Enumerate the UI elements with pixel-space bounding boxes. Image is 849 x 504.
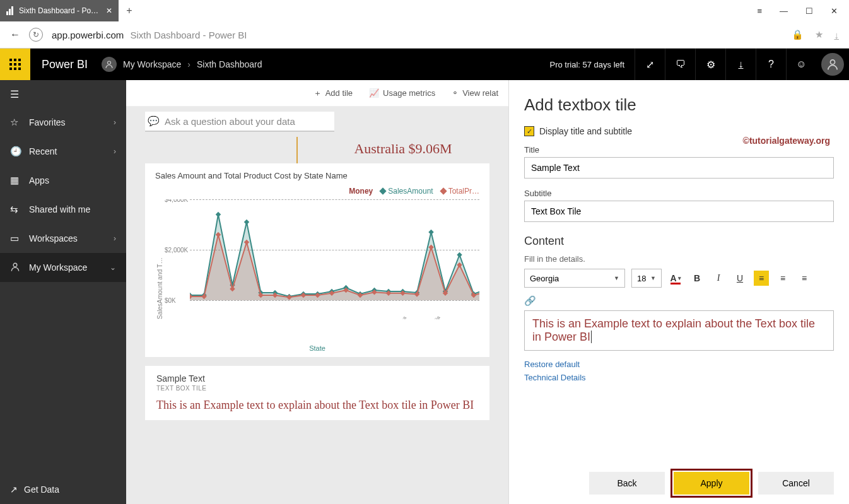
chevron-down-icon: ▼ — [650, 275, 656, 281]
view-related-button[interactable]: ⚬View relat — [452, 88, 498, 98]
font-select[interactable]: Georgia▼ — [524, 269, 625, 288]
comments-icon[interactable]: 🗨 — [665, 49, 695, 80]
chat-icon: 💬 — [148, 115, 160, 127]
close-window-icon[interactable]: ✕ — [831, 6, 838, 16]
back-icon[interactable]: ← — [10, 29, 20, 40]
align-left-button[interactable]: ≡ — [754, 271, 769, 286]
svg-rect-7 — [14, 63, 16, 66]
export-icon: ↗ — [10, 484, 18, 495]
font-color-button[interactable]: A▾ — [668, 271, 683, 286]
powerbi-icon — [6, 6, 15, 15]
title-input[interactable] — [524, 157, 834, 179]
feedback-icon[interactable]: ☺ — [786, 49, 816, 80]
maximize-icon[interactable]: ☐ — [805, 6, 813, 16]
tab-close-icon[interactable]: ✕ — [106, 6, 112, 15]
nav-recent[interactable]: 🕘Recent› — [0, 137, 126, 166]
watermark: ©tutorialgateway.org — [743, 136, 830, 146]
apply-button[interactable]: Apply — [674, 472, 749, 495]
fullscreen-icon[interactable]: ⤢ — [635, 49, 665, 80]
apps-icon: ▦ — [10, 175, 21, 186]
technical-details-link[interactable]: Technical Details — [524, 373, 834, 382]
chevron-right-icon: › — [114, 118, 116, 127]
share-icon: ⇆ — [10, 204, 21, 215]
nav-collapse-icon[interactable]: ☰ — [0, 80, 126, 108]
font-size-select[interactable]: 18▼ — [631, 269, 662, 288]
format-toolbar: Georgia▼ 18▼ A▾ B I U ≡ ≡ ≡ — [524, 269, 834, 288]
title-label: Title — [524, 145, 834, 155]
lock-icon[interactable]: 🔒 — [792, 29, 804, 40]
add-tile-button[interactable]: ＋Add tile — [313, 88, 353, 99]
text-tile[interactable]: Sample Text TEXT BOX TILE This is an Exa… — [145, 366, 489, 420]
x-axis-label: State — [155, 344, 479, 352]
profile-avatar[interactable] — [821, 53, 844, 76]
svg-rect-17 — [216, 212, 221, 217]
cancel-button[interactable]: Cancel — [758, 472, 834, 495]
content-editor[interactable]: This is an Example text to explain about… — [524, 310, 834, 351]
download-icon[interactable]: ↓ — [834, 30, 840, 40]
url-field[interactable]: app.powerbi.com Sixth Dashboard - Power … — [52, 30, 783, 40]
svg-rect-19 — [244, 220, 249, 225]
svg-point-14 — [13, 263, 17, 267]
nav-workspaces[interactable]: ▭Workspaces› — [0, 224, 126, 253]
svg-rect-2 — [11, 6, 13, 15]
chart-tile[interactable]: Sales Amount and Total Product Cost by S… — [145, 163, 489, 357]
chart-icon: 📈 — [369, 88, 379, 98]
subtitle-label: Subtitle — [524, 189, 834, 198]
content-hint: Fill in the details. — [524, 254, 834, 264]
chart-legend: Money SalesAmount TotalPr… — [155, 187, 479, 196]
svg-rect-3 — [9, 59, 12, 61]
nav-my-workspace[interactable]: My Workspace⌄ — [0, 253, 126, 282]
svg-rect-32 — [428, 230, 433, 235]
app-launcher-icon[interactable] — [0, 49, 30, 80]
tab-bar: Sixth Dashboard - Power BI ✕ + ≡ — ☐ ✕ — [0, 0, 849, 21]
panel-title: Add textbox tile — [524, 95, 834, 115]
help-icon[interactable]: ? — [756, 49, 786, 80]
plus-icon: ＋ — [313, 88, 322, 99]
workspaces-icon: ▭ — [10, 233, 21, 244]
settings-icon[interactable]: ⚙ — [695, 49, 725, 80]
nav-apps[interactable]: ▦Apps — [0, 166, 126, 195]
text-tile-body: This is an Example text to explain about… — [156, 398, 478, 413]
star-icon[interactable]: ★ — [815, 29, 823, 40]
breadcrumb: My Workspace › Sixth Dashboard — [102, 57, 262, 72]
checkbox-checked-icon: ✓ — [524, 126, 534, 136]
align-center-button[interactable]: ≡ — [775, 271, 790, 286]
usage-metrics-button[interactable]: 📈Usage metrics — [369, 88, 435, 98]
qa-input[interactable]: 💬Ask a question about your data — [145, 112, 334, 132]
chevron-right-icon: › — [114, 147, 116, 156]
address-bar: ← ↻ app.powerbi.com Sixth Dashboard - Po… — [0, 21, 849, 48]
star-icon: ☆ — [10, 117, 21, 128]
svg-rect-10 — [14, 67, 16, 70]
display-title-checkbox[interactable]: ✓ Display title and subtitle — [524, 126, 834, 136]
subtitle-input[interactable] — [524, 201, 834, 222]
chevron-down-icon: ⌄ — [110, 263, 116, 272]
minimize-icon[interactable]: — — [780, 6, 788, 16]
breadcrumb-workspace[interactable]: My Workspace — [123, 59, 181, 69]
y-axis-label: SalesAmount and T… — [155, 199, 165, 319]
add-textbox-panel: Add textbox tile ✓ Display title and sub… — [508, 80, 849, 504]
dashboard-toolbar: ＋Add tile 📈Usage metrics ⚬View relat — [126, 80, 508, 107]
browser-tab[interactable]: Sixth Dashboard - Power BI ✕ — [0, 0, 119, 21]
bold-button[interactable]: B — [689, 271, 705, 286]
restore-default-link[interactable]: Restore default — [524, 360, 834, 369]
underline-button[interactable]: U — [732, 271, 747, 286]
chart-title: Sales Amount and Total Product Cost by S… — [155, 171, 479, 180]
nav-favorites[interactable]: ☆Favorites› — [0, 108, 126, 137]
new-tab-button[interactable]: + — [119, 0, 140, 21]
back-button[interactable]: Back — [589, 472, 665, 495]
get-data-button[interactable]: ↗Get Data — [0, 474, 126, 504]
download-app-icon[interactable]: ↓ — [725, 49, 756, 80]
breadcrumb-page[interactable]: Sixth Dashboard — [197, 59, 262, 69]
text-tile-subtitle: TEXT BOX TILE — [156, 385, 478, 392]
svg-rect-34 — [457, 252, 462, 257]
align-right-button[interactable]: ≡ — [797, 271, 812, 286]
insert-link-button[interactable]: 🔗 — [524, 295, 834, 307]
italic-button[interactable]: I — [711, 271, 726, 286]
svg-rect-8 — [18, 63, 21, 66]
menu-icon[interactable]: ≡ — [757, 6, 762, 16]
chevron-down-icon: ▼ — [614, 275, 619, 281]
reload-icon[interactable]: ↻ — [29, 28, 43, 42]
brand-title: Power BI — [42, 58, 88, 71]
svg-rect-4 — [14, 59, 16, 61]
nav-shared[interactable]: ⇆Shared with me — [0, 195, 126, 224]
